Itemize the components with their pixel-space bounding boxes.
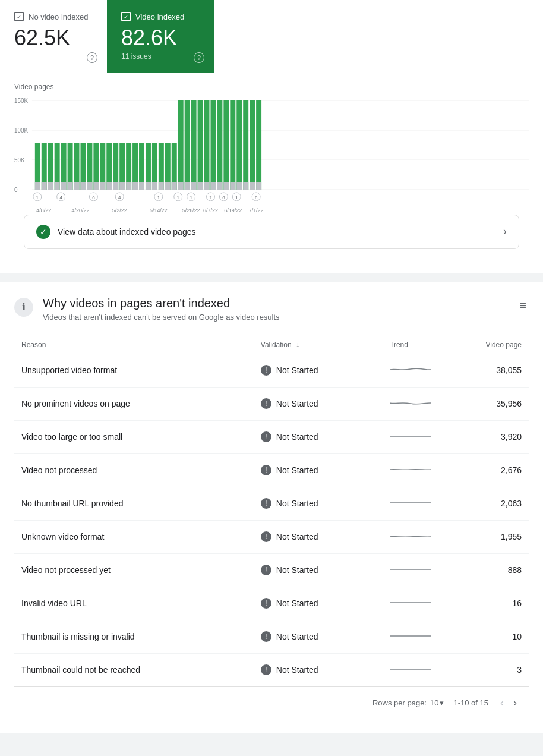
trend-chart xyxy=(390,563,431,575)
svg-rect-35 xyxy=(119,182,125,190)
prev-page-button[interactable]: ‹ xyxy=(498,694,506,711)
svg-rect-74 xyxy=(250,100,255,190)
pagination-range: 1-10 of 15 xyxy=(453,698,488,707)
svg-rect-47 xyxy=(159,182,164,190)
svg-text:50K: 50K xyxy=(14,157,25,163)
reason-cell: No prominent videos on page xyxy=(14,387,254,420)
info-icon: ℹ xyxy=(14,298,33,317)
col-trend: Trend xyxy=(383,336,438,354)
svg-rect-15 xyxy=(55,182,60,190)
validation-status: Not Started xyxy=(276,432,318,442)
trend-cell xyxy=(383,387,438,420)
trend-cell xyxy=(383,420,438,453)
validation-status: Not Started xyxy=(276,465,318,475)
not-indexed-card[interactable]: ✓ No video indexed 62.5K ? xyxy=(0,0,107,73)
video-page-count: 888 xyxy=(438,553,529,587)
chart-container: Video pages 150K 100K 50K 0 xyxy=(0,73,543,273)
not-started-icon: ! xyxy=(261,598,272,609)
indexed-help[interactable]: ? xyxy=(194,52,204,63)
not-started-icon: ! xyxy=(261,631,272,642)
indexed-value: 82.6K xyxy=(121,26,200,50)
trend-cell xyxy=(383,487,438,520)
svg-rect-39 xyxy=(132,182,138,190)
table-row: Video too large or too small ! Not Start… xyxy=(14,420,529,453)
table-row: No thumbnail URL provided ! Not Started … xyxy=(14,487,529,520)
indexed-video-link[interactable]: ✓ View data about indexed video pages › xyxy=(24,215,519,249)
svg-rect-11 xyxy=(42,182,47,190)
svg-text:2: 2 xyxy=(209,195,212,200)
validation-cell: ! Not Started xyxy=(254,653,383,686)
not-indexed-label: No video indexed xyxy=(29,12,88,21)
validation-cell: ! Not Started xyxy=(254,487,383,520)
validation-cell: ! Not Started xyxy=(254,354,383,387)
reason-cell: Unsupported video format xyxy=(14,354,254,387)
not-indexed-help[interactable]: ? xyxy=(87,52,97,63)
svg-rect-55 xyxy=(185,182,190,190)
validation-status: Not Started xyxy=(276,565,318,575)
not-started-icon: ! xyxy=(261,531,272,542)
trend-cell xyxy=(383,453,438,487)
svg-rect-58 xyxy=(198,100,203,190)
svg-rect-71 xyxy=(236,182,242,190)
indexed-sub: 11 issues xyxy=(121,52,200,61)
reason-cell: Video not processed yet xyxy=(14,553,254,587)
svg-rect-66 xyxy=(223,100,229,190)
svg-rect-17 xyxy=(61,182,67,190)
svg-text:4: 4 xyxy=(59,195,62,200)
svg-text:1: 1 xyxy=(235,195,238,200)
svg-rect-51 xyxy=(172,182,177,190)
svg-rect-19 xyxy=(68,182,73,190)
filter-icon[interactable]: ≡ xyxy=(517,297,529,315)
svg-rect-53 xyxy=(178,182,184,190)
rows-per-page-value: 10 xyxy=(430,698,438,707)
table-row: Unknown video format ! Not Started 1,955 xyxy=(14,520,529,553)
next-page-button[interactable]: › xyxy=(511,694,519,711)
col-reason: Reason xyxy=(14,336,254,354)
validation-status: Not Started xyxy=(276,598,318,608)
rows-select-chevron: ▾ xyxy=(440,698,444,707)
trend-chart xyxy=(390,530,431,542)
table-header-row: Reason Validation ↓ Trend Video page xyxy=(14,336,529,354)
svg-text:0: 0 xyxy=(14,187,18,193)
chart-label: Video pages xyxy=(14,83,529,91)
svg-text:6: 6 xyxy=(92,195,95,200)
svg-text:1: 1 xyxy=(177,195,180,200)
svg-rect-63 xyxy=(210,182,216,190)
svg-rect-64 xyxy=(217,100,222,190)
svg-rect-43 xyxy=(146,182,151,190)
sort-icon: ↓ xyxy=(296,341,299,349)
svg-text:4/20/22: 4/20/22 xyxy=(72,207,90,213)
svg-text:5/2/22: 5/2/22 xyxy=(112,207,127,213)
video-page-count: 16 xyxy=(438,587,529,620)
not-started-icon: ! xyxy=(261,565,272,575)
table-row: Thumbnail is missing or invalid ! Not St… xyxy=(14,620,529,653)
svg-rect-60 xyxy=(204,100,210,190)
rows-per-page-select[interactable]: 10 ▾ xyxy=(430,698,444,707)
validation-cell: ! Not Started xyxy=(254,387,383,420)
trend-cell xyxy=(383,553,438,587)
svg-text:4: 4 xyxy=(118,195,121,200)
svg-rect-70 xyxy=(236,100,242,190)
why-title: Why videos in pages aren't indexed xyxy=(43,297,280,310)
video-page-count: 35,956 xyxy=(438,387,529,420)
reason-cell: Invalid video URL xyxy=(14,587,254,620)
validation-cell: ! Not Started xyxy=(254,453,383,487)
svg-rect-54 xyxy=(185,100,190,190)
svg-rect-29 xyxy=(100,182,105,190)
video-page-count: 1,955 xyxy=(438,520,529,553)
svg-text:150K: 150K xyxy=(14,97,29,104)
not-started-icon: ! xyxy=(261,365,272,376)
svg-rect-27 xyxy=(93,182,99,190)
issues-table: Reason Validation ↓ Trend Video page Uns… xyxy=(14,336,529,686)
table-row: Video not processed ! Not Started 2,676 xyxy=(14,453,529,487)
trend-cell xyxy=(383,354,438,387)
video-page-count: 3,920 xyxy=(438,420,529,453)
indexed-card[interactable]: ✓ Video indexed 82.6K 11 issues ? xyxy=(107,0,214,73)
svg-text:5/26/22: 5/26/22 xyxy=(182,207,200,213)
validation-status: Not Started xyxy=(276,532,318,541)
video-page-count: 38,055 xyxy=(438,354,529,387)
video-page-count: 2,676 xyxy=(438,453,529,487)
svg-rect-68 xyxy=(230,100,235,190)
col-validation[interactable]: Validation ↓ xyxy=(254,336,383,354)
why-section: ℹ Why videos in pages aren't indexed Vid… xyxy=(0,282,543,733)
